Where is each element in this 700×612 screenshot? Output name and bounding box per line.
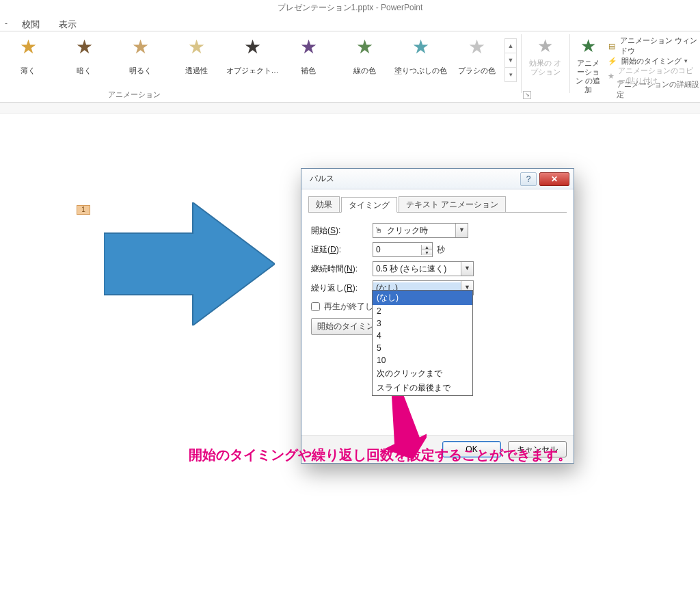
gallery-item-7[interactable]: ★塗りつぶしの色 xyxy=(392,36,448,76)
tab-view[interactable]: 表示 xyxy=(59,18,77,31)
tab-stub[interactable]: - xyxy=(0,18,12,31)
delay-value: 0 xyxy=(373,245,421,254)
gallery-item-label: 暗く xyxy=(56,66,112,76)
gallery-item-8[interactable]: ★ブラシの色 xyxy=(448,36,504,76)
separator xyxy=(569,34,570,93)
gallery-item-3[interactable]: ★透過性 xyxy=(168,36,224,76)
trigger-label: 開始のタイミング xyxy=(621,56,682,66)
separator xyxy=(521,34,522,93)
gallery-item-5[interactable]: ★補色 xyxy=(280,36,336,76)
gallery-item-4[interactable]: ★オブジェクト… xyxy=(224,36,280,76)
star-icon: ★ xyxy=(526,36,565,56)
animation-gallery: ★薄く★暗く★明るく★透過性★オブジェクト…★補色★線の色★塗りつぶしの色★ブラ… xyxy=(0,31,517,97)
gallery-scroll: ▲ ▼ ▾ xyxy=(504,38,517,82)
gallery-item-label: 薄く xyxy=(0,66,56,76)
star-icon: ★ xyxy=(392,36,448,59)
delay-unit: 秒 xyxy=(437,244,445,256)
animation-pane-button[interactable]: ▤ アニメーション ウィンドウ xyxy=(606,38,700,53)
annotation-caption: 開始のタイミングや繰り返し回数を設定することができます。 xyxy=(189,446,571,464)
close-button[interactable]: ✕ xyxy=(539,172,569,186)
repeat-dropdown-list: (なし)234510次のクリックまでスライドの最後まで xyxy=(372,290,473,396)
app-name: PowerPoint xyxy=(381,3,422,12)
gallery-scroll-up-icon[interactable]: ▲ xyxy=(505,39,516,53)
animation-group-label: アニメーション xyxy=(108,90,161,100)
star-icon: ★ xyxy=(336,36,392,59)
add-animation-button[interactable]: ★ アニメーション の追加 xyxy=(574,36,602,94)
pane-icon: ▤ xyxy=(606,42,617,51)
chevron-down-icon[interactable]: ▼ xyxy=(461,262,473,276)
star-icon: ★ xyxy=(448,36,504,59)
advanced-animation-column: ▤ アニメーション ウィンドウ ⚡ 開始のタイミング ▾ ★ アニメーションのコ… xyxy=(606,36,700,83)
gallery-item-label: 明るく xyxy=(112,66,168,76)
chevron-down-icon[interactable]: ▼ xyxy=(455,224,468,237)
chevron-down-icon: ▾ xyxy=(684,57,688,64)
bolt-icon: ⚡ xyxy=(606,57,619,66)
gallery-item-1[interactable]: ★暗く xyxy=(56,36,112,76)
repeat-option[interactable]: 4 xyxy=(373,330,472,342)
gallery-item-label: 透過性 xyxy=(168,66,224,76)
dialog-launcher-icon[interactable]: ↘ xyxy=(523,91,531,99)
animation-order-tag[interactable]: 1 xyxy=(77,205,90,215)
document-filename: プレゼンテーション1.pptx xyxy=(278,3,374,12)
star-icon: ★ xyxy=(56,36,112,59)
animation-timing-dialog: パルス ? ✕ 効果 タイミング テキスト アニメーション 開始(S): 🖱 ク… xyxy=(301,168,574,464)
gallery-item-6[interactable]: ★線の色 xyxy=(336,36,392,76)
repeat-option[interactable]: 2 xyxy=(373,305,472,317)
repeat-label: 繰り返し(R): xyxy=(311,282,373,294)
tab-effect[interactable]: 効果 xyxy=(308,196,340,212)
gallery-item-label: 補色 xyxy=(280,66,336,76)
spin-down-icon[interactable]: ▼ xyxy=(421,250,432,255)
repeat-option[interactable]: 3 xyxy=(373,317,472,330)
start-label: 開始(S): xyxy=(311,225,373,237)
ribbon: ★薄く★暗く★明るく★透過性★オブジェクト…★補色★線の色★塗りつぶしの色★ブラ… xyxy=(0,31,700,103)
repeat-option[interactable]: 5 xyxy=(373,342,472,354)
gallery-item-0[interactable]: ★薄く xyxy=(0,36,56,76)
advanced-group-label: アニメーションの詳細設定 xyxy=(617,79,700,100)
gallery-item-label: 塗りつぶしの色 xyxy=(392,66,448,76)
start-dropdown[interactable]: 🖱 クリック時 ▼ xyxy=(373,223,468,238)
tab-timing[interactable]: タイミング xyxy=(341,197,397,213)
star-icon: ★ xyxy=(280,36,336,59)
help-button[interactable]: ? xyxy=(520,172,537,186)
add-animation-label: アニメーション の追加 xyxy=(574,59,602,94)
title-bar: プレゼンテーション1.pptx - PowerPoint xyxy=(0,0,700,15)
delay-label: 遅延(D): xyxy=(311,244,373,256)
effect-options-label: 効果の オプション xyxy=(526,59,565,77)
arrow-shape[interactable] xyxy=(104,202,275,325)
duration-value: 0.5 秒 (さらに速く) xyxy=(373,263,461,275)
dialog-title: パルス xyxy=(310,173,520,185)
tab-text-animation[interactable]: テキスト アニメーション xyxy=(399,196,506,212)
tab-review[interactable]: 校閲 xyxy=(22,18,40,31)
dialog-titlebar[interactable]: パルス ? ✕ xyxy=(301,169,574,189)
gallery-item-label: 線の色 xyxy=(336,66,392,76)
slide-canvas: 1 パルス ? ✕ 効果 タイミング テキスト アニメーション 開始(S): 🖱 xyxy=(0,114,700,612)
repeat-option[interactable]: (なし) xyxy=(373,291,472,305)
star-icon: ★ xyxy=(0,36,56,59)
start-value: クリック時 xyxy=(384,225,455,237)
spin-up-icon[interactable]: ▲ xyxy=(421,245,432,250)
animation-pane-label: アニメーション ウィンドウ xyxy=(620,36,700,56)
gallery-item-label: オブジェクト… xyxy=(224,66,280,76)
star-icon: ★ xyxy=(224,36,280,59)
sparkle-star-icon: ★ xyxy=(574,36,602,56)
mouse-icon: 🖱 xyxy=(373,226,384,235)
dialog-tabs: 効果 タイミング テキスト アニメーション xyxy=(308,196,567,213)
effect-options-group: ★ 効果の オプション xyxy=(526,31,565,97)
repeat-option[interactable]: 10 xyxy=(373,354,472,367)
gallery-expand-icon[interactable]: ▾ xyxy=(505,68,516,81)
repeat-option[interactable]: スライドの最後まで xyxy=(373,381,472,395)
star-icon: ★ xyxy=(112,36,168,59)
gallery-scroll-down-icon[interactable]: ▼ xyxy=(505,53,516,68)
gallery-item-2[interactable]: ★明るく xyxy=(112,36,168,76)
ruler xyxy=(0,103,700,114)
star-icon: ★ xyxy=(168,36,224,59)
repeat-option[interactable]: 次のクリックまで xyxy=(373,367,472,381)
rewind-checkbox[interactable] xyxy=(311,302,320,311)
delay-spinner[interactable]: 0 ▲▼ xyxy=(373,242,433,257)
duration-label: 継続時間(N): xyxy=(311,263,373,275)
effect-options-button: ★ 効果の オプション xyxy=(526,36,565,77)
painter-star-icon: ★ xyxy=(606,72,615,81)
duration-dropdown[interactable]: 0.5 秒 (さらに速く) ▼ xyxy=(373,261,474,276)
ribbon-tabs: - 校閲 表示 xyxy=(0,15,700,31)
svg-marker-0 xyxy=(104,202,275,325)
